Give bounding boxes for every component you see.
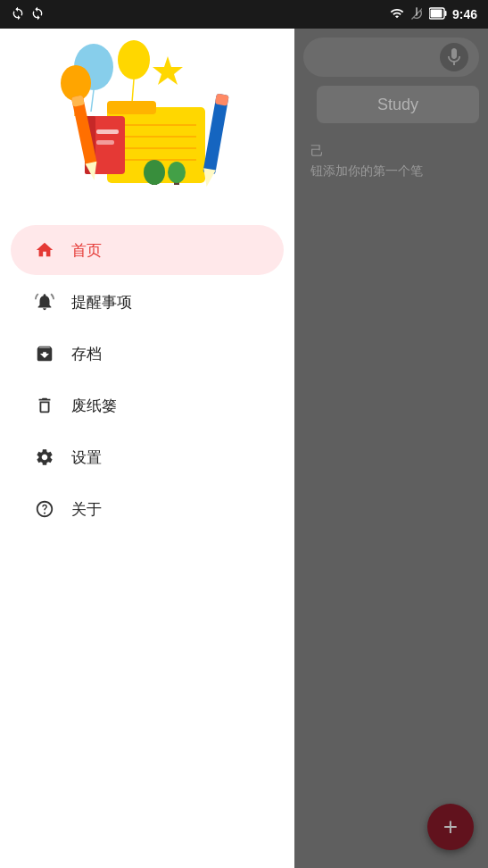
archive-icon [32,341,57,366]
sidebar-item-home[interactable]: 首页 [11,225,284,275]
svg-point-28 [144,160,165,185]
status-bar: 9:46 [0,0,488,29]
drawer-menu: 首页 提醒事项 存档 [0,216,294,868]
status-time: 9:46 [452,7,477,21]
sidebar-item-about[interactable]: 关于 [11,484,284,534]
svg-point-8 [61,65,91,101]
drawer-header [0,29,294,216]
svg-marker-10 [153,56,183,85]
signal-icon [409,6,424,23]
svg-point-30 [168,162,186,183]
svg-rect-2 [444,11,446,16]
sync1-icon [11,6,25,23]
svg-rect-19 [96,129,119,134]
drawer-illustration [27,40,268,205]
svg-rect-0 [416,7,417,15]
svg-line-7 [132,79,134,103]
home-label: 首页 [71,240,102,261]
settings-icon [32,445,57,470]
svg-rect-3 [430,9,442,17]
wifi-icon [390,6,404,23]
svg-point-6 [118,40,150,79]
sidebar-item-archive[interactable]: 存档 [11,329,284,379]
svg-rect-23 [215,93,229,105]
battery-icon [429,7,447,22]
svg-rect-20 [96,140,114,145]
alarm-icon [32,289,57,314]
sidebar-item-settings[interactable]: 设置 [11,432,284,482]
home-icon [32,238,57,263]
svg-rect-12 [107,101,156,114]
trash-icon [32,393,57,418]
reminders-label: 提醒事项 [71,292,132,313]
about-icon [32,497,57,522]
trash-label: 废纸篓 [71,396,117,416]
sidebar-item-reminders[interactable]: 提醒事项 [11,277,284,327]
navigation-drawer: 首页 提醒事项 存档 [0,29,294,868]
drawer-overlay[interactable] [294,29,488,868]
settings-label: 设置 [71,447,102,468]
status-bar-left [11,6,45,23]
about-label: 关于 [71,499,102,520]
sync2-icon [30,6,45,23]
archive-label: 存档 [71,344,102,364]
sidebar-item-trash[interactable]: 废纸篓 [11,380,284,430]
status-bar-right: 9:46 [390,6,477,23]
svg-line-5 [91,90,94,112]
